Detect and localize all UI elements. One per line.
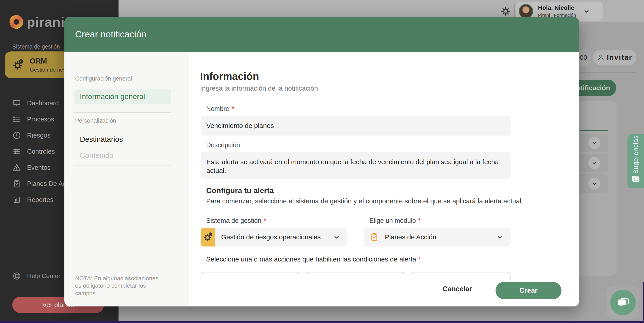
- system-selected-value: Gestión de riesgos operacionales: [221, 233, 332, 241]
- action-option-card[interactable]: [200, 272, 300, 280]
- sidebar-item-label: Controles: [27, 148, 55, 155]
- required-asterisk: *: [418, 256, 421, 263]
- module-selected-value: Planes de Acción: [385, 233, 496, 241]
- alert-circle-icon: [12, 131, 21, 140]
- clipboard-check-icon: [12, 179, 21, 188]
- bar-chart-icon: [12, 195, 21, 204]
- sidebar-section-label: Sistema de gestión: [12, 44, 60, 50]
- description-input[interactable]: Esta alerta se activará en el momento en…: [200, 152, 510, 179]
- suggestions-tab[interactable]: Sugerencias: [628, 134, 644, 188]
- description-label: Descripción: [206, 141, 240, 149]
- cancel-button[interactable]: Cancelar: [435, 285, 480, 293]
- action-options-row: [200, 272, 510, 280]
- form-heading: Información: [200, 70, 259, 82]
- create-button[interactable]: Crear: [496, 282, 562, 299]
- feedback-smiley-icon: [630, 175, 641, 184]
- nav-item-contenido[interactable]: Contenido: [80, 151, 113, 160]
- required-asterisk: *: [232, 105, 234, 112]
- nav-note: NOTA: En algunas asociaciones es obligat…: [75, 275, 162, 297]
- user-greeting: Hola, Nicolle: [538, 4, 576, 12]
- action-option-card[interactable]: [411, 272, 510, 280]
- orm-gear-icon: [12, 59, 24, 71]
- create-notification-modal: Crear notificación Configuración general…: [64, 17, 579, 306]
- required-asterisk: *: [418, 217, 420, 224]
- help-center-label: Help Center: [27, 272, 60, 280]
- module-select[interactable]: Planes de Acción: [364, 228, 510, 246]
- person-icon: [597, 54, 605, 61]
- sidebar-item-label: Dashboard: [27, 100, 59, 107]
- screen: pirani Sistema de gestión ORM: [0, 0, 644, 323]
- help-center-link[interactable]: Help Center: [12, 270, 60, 282]
- nav-divider: [74, 166, 171, 166]
- monitor-icon: [12, 99, 21, 108]
- settings-gear-icon[interactable]: [500, 6, 511, 16]
- chevron-down-icon: [496, 233, 504, 241]
- modal-nav: Configuración general Información genera…: [64, 52, 189, 306]
- nav-divider: [74, 112, 171, 113]
- alert-config-text: Para comenzar, seleccione el sistema de …: [206, 197, 523, 205]
- sidebar-item-label: Reportes: [27, 196, 54, 204]
- row-expand-chevron-icon[interactable]: [588, 178, 600, 190]
- lifebuoy-icon: [12, 272, 21, 280]
- chat-bubbles-icon: [616, 295, 630, 310]
- nav-section-personalizacion: Personalización: [75, 117, 116, 124]
- sliders-icon: [12, 147, 21, 156]
- modal-title: Crear notificación: [75, 17, 146, 52]
- list-icon: [12, 115, 21, 124]
- row-expand-chevron-icon[interactable]: [588, 137, 600, 149]
- modal-header: Crear notificación: [64, 17, 579, 52]
- alert-config-heading: Configura tu alerta: [206, 186, 274, 195]
- pirani-donut-icon: [9, 14, 24, 29]
- system-gear-badge: [200, 228, 215, 246]
- module-label: Elige un módulo*: [370, 217, 420, 224]
- form-subheading: Ingresa la información de la notificació…: [200, 84, 318, 92]
- sidebar-item-label: Riesgos: [27, 132, 50, 139]
- action-option-card[interactable]: [306, 272, 406, 280]
- system-select[interactable]: Gestión de riesgos operacionales: [200, 228, 347, 246]
- logo-wordmark: pirani: [27, 14, 64, 30]
- system-label: Sistema de gestión*: [206, 217, 266, 224]
- clipboard-check-icon: [370, 232, 379, 242]
- name-input[interactable]: Vencimiento de planes: [200, 116, 510, 136]
- actions-label: Seleccione una o más acciones que habili…: [206, 256, 421, 263]
- background-tab-indicator: [580, 130, 608, 131]
- modal-content: Información Ingresa la información de la…: [189, 52, 579, 306]
- name-label: Nombre*: [206, 105, 234, 112]
- chevron-down-icon: [332, 233, 340, 241]
- chat-button[interactable]: [610, 290, 636, 315]
- topbar-divider: [514, 4, 515, 18]
- suggestions-label: Sugerencias: [632, 134, 640, 175]
- warning-triangle-icon: [12, 163, 21, 172]
- required-asterisk: *: [264, 217, 266, 224]
- window-edge-bottom: [0, 321, 644, 323]
- window-edge-right: [643, 282, 644, 323]
- chevron-down-icon: [583, 8, 590, 15]
- gear-alert-icon: [203, 232, 213, 242]
- nav-item-informacion-general[interactable]: Información general: [74, 90, 171, 104]
- nav-section-configuracion: Configuración general: [75, 75, 132, 82]
- invite-label: Invitar: [607, 54, 632, 62]
- sidebar-item-label: Procesos: [27, 116, 54, 123]
- pirani-logo: pirani: [9, 14, 64, 30]
- nav-item-destinatarios[interactable]: Destinatarios: [80, 135, 123, 144]
- avatar: [519, 4, 533, 18]
- sidebar-item-label: Eventos: [27, 164, 50, 171]
- invite-button[interactable]: Invitar: [593, 50, 636, 65]
- row-expand-chevron-icon[interactable]: [588, 157, 600, 169]
